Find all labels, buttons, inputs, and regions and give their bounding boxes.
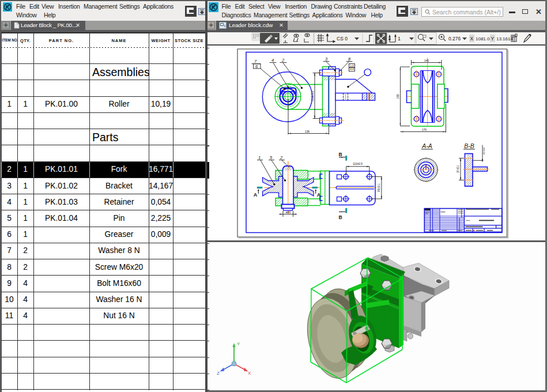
svg-text:X: X xyxy=(470,36,474,42)
svg-text:A: A xyxy=(317,192,321,198)
svg-text:4: 4 xyxy=(271,58,274,63)
svg-text:90±0.1: 90±0.1 xyxy=(378,183,380,192)
svg-text:2: 2 xyxy=(280,155,283,160)
svg-text:B-B: B-B xyxy=(464,142,474,149)
svg-text:1: 1 xyxy=(398,36,401,42)
svg-text:1.0: 1.0 xyxy=(350,65,354,67)
svg-text:110±0.5: 110±0.5 xyxy=(353,163,363,165)
svg-text:1: 1 xyxy=(258,155,261,160)
svg-text:180: 180 xyxy=(397,94,399,99)
svg-text:Y: Y xyxy=(237,341,240,346)
svg-text:A: A xyxy=(254,192,258,198)
svg-text:A-A: A-A xyxy=(421,142,432,149)
svg-text:0.276: 0.276 xyxy=(448,36,461,42)
svg-text:ø40: ø40 xyxy=(286,211,291,214)
svg-text:2: 2 xyxy=(281,58,285,63)
svg-text:140: 140 xyxy=(424,59,429,62)
svg-text:210±0.2: 210±0.2 xyxy=(311,91,314,101)
svg-text:170: 170 xyxy=(422,129,427,131)
svg-text:4.4: 4.4 xyxy=(350,68,354,71)
svg-text:16 d11: 16 d11 xyxy=(457,165,459,173)
svg-text:136: 136 xyxy=(305,130,310,133)
svg-text:Z: Z xyxy=(217,371,220,376)
svg-text:Y: Y xyxy=(491,36,495,42)
svg-text:B: B xyxy=(338,152,342,157)
svg-text:45 h14: 45 h14 xyxy=(482,147,485,154)
svg-text:13.1614: 13.1614 xyxy=(496,36,513,42)
svg-text:CS 0: CS 0 xyxy=(337,36,348,42)
svg-text:X: X xyxy=(248,371,251,376)
svg-text:B: B xyxy=(338,214,342,220)
